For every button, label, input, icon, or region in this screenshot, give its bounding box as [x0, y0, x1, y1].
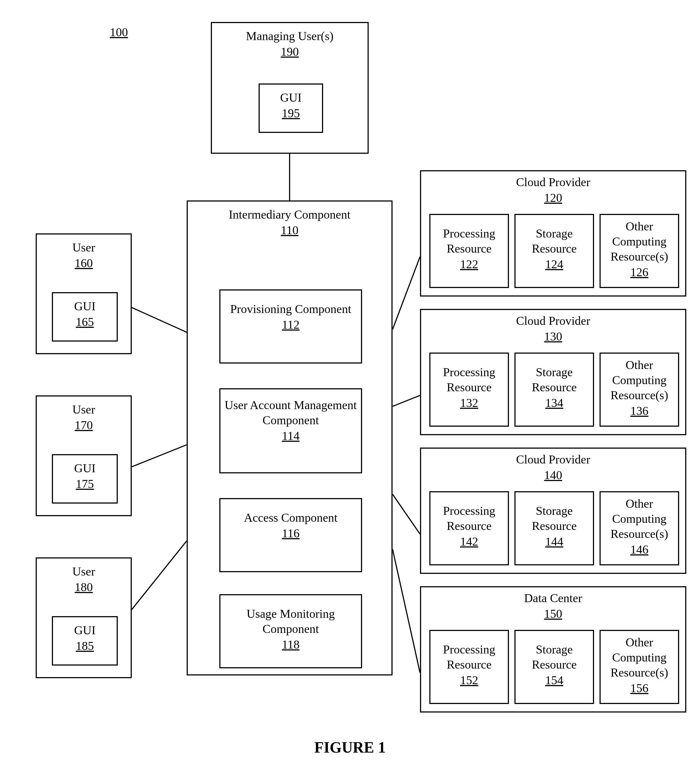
user-title: User	[37, 402, 131, 417]
storage-ref: 144	[545, 535, 563, 548]
other-ref: 146	[630, 543, 648, 556]
provisioning-title: Provisioning Component	[221, 301, 361, 317]
datacenter-box-150: Data Center 150 Processing Resource 152 …	[420, 586, 686, 712]
other-box-146: Other Computing Resource(s) 146	[599, 491, 679, 565]
user-gui-title: GUI	[53, 299, 117, 314]
managing-users-gui-title: GUI	[260, 90, 322, 105]
provider-title: Cloud Provider	[421, 175, 685, 190]
user-gui-box-165: GUI 165	[52, 292, 118, 342]
storage-title: Storage Resource	[515, 364, 593, 395]
storage-box-134: Storage Resource 134	[515, 353, 594, 427]
other-box-126: Other Computing Resource(s) 126	[599, 214, 679, 288]
provider-title: Cloud Provider	[421, 452, 685, 467]
usage-title: Usage Monitoring Component	[221, 606, 361, 636]
storage-ref: 134	[545, 396, 563, 410]
provider-ref: 140	[544, 468, 562, 482]
processing-ref: 122	[460, 257, 478, 271]
access-ref: 116	[282, 526, 299, 540]
user-account-box: User Account Management Component 114	[219, 388, 362, 473]
provisioning-box: Provisioning Component 112	[219, 290, 362, 364]
usage-box: Usage Monitoring Component 118	[219, 594, 362, 668]
processing-title: Processing Resource	[430, 642, 508, 672]
other-title: Other Computing Resource(s)	[601, 496, 678, 542]
provider-ref: 130	[544, 330, 562, 343]
provider-box-130: Cloud Provider 130 Processing Resource 1…	[420, 309, 686, 435]
provider-box-140: Cloud Provider 140 Processing Resource 1…	[420, 447, 686, 574]
svg-line-4	[393, 257, 420, 330]
usage-ref: 118	[282, 638, 299, 652]
storage-box-144: Storage Resource 144	[515, 491, 594, 565]
intermediary-box: Intermediary Component 110 Provisioning …	[187, 200, 393, 675]
user-gui-ref: 175	[76, 477, 94, 491]
user-gui-box-185: GUI 185	[52, 616, 118, 665]
processing-ref: 142	[460, 535, 478, 548]
other-title: Other Computing Resource(s)	[601, 635, 678, 680]
intermediary-ref: 110	[281, 223, 299, 237]
storage-box-154: Storage Resource 154	[515, 630, 594, 704]
datacenter-ref: 150	[544, 607, 562, 621]
managing-users-ref: 190	[281, 45, 299, 59]
other-ref: 136	[630, 404, 648, 418]
managing-users-gui-box: GUI 195	[258, 83, 323, 133]
provider-title: Cloud Provider	[421, 313, 685, 329]
storage-title: Storage Resource	[515, 226, 593, 256]
processing-ref: 152	[460, 673, 478, 687]
svg-line-2	[132, 445, 187, 467]
other-box-156: Other Computing Resource(s) 156	[599, 630, 679, 704]
user-gui-ref: 185	[76, 639, 94, 653]
other-ref: 126	[630, 265, 648, 279]
svg-line-3	[132, 541, 187, 610]
svg-line-5	[393, 395, 420, 407]
other-box-136: Other Computing Resource(s) 136	[599, 353, 679, 427]
user-gui-ref: 165	[76, 315, 94, 329]
other-title: Other Computing Resource(s)	[601, 358, 678, 403]
processing-title: Processing Resource	[430, 226, 508, 256]
other-ref: 156	[630, 681, 648, 695]
access-title: Access Component	[221, 510, 361, 525]
user-gui-title: GUI	[53, 623, 117, 638]
intermediary-title: Intermediary Component	[188, 207, 391, 222]
user-box-160: User 160 GUI 165	[36, 233, 132, 354]
processing-ref: 132	[460, 396, 478, 410]
user-box-170: User 170 GUI 175	[36, 395, 132, 516]
processing-box-152: Processing Resource 152	[429, 630, 509, 704]
user-ref: 180	[75, 580, 93, 594]
provisioning-ref: 112	[282, 318, 299, 332]
user-account-title: User Account Management Component	[221, 398, 361, 428]
processing-box-122: Processing Resource 122	[429, 214, 509, 288]
user-account-ref: 114	[282, 429, 299, 443]
provider-box-120: Cloud Provider 120 Processing Resource 1…	[420, 170, 686, 296]
diagram-canvas: 100 Managing User(s) 190 GUI 195 Interme…	[0, 0, 700, 771]
processing-title: Processing Resource	[430, 503, 508, 534]
user-gui-title: GUI	[53, 461, 117, 476]
user-box-180: User 180 GUI 185	[36, 557, 132, 678]
storage-ref: 154	[545, 673, 563, 687]
user-title: User	[37, 240, 131, 255]
user-title: User	[37, 564, 131, 579]
provider-ref: 120	[544, 191, 562, 205]
processing-box-132: Processing Resource 132	[429, 353, 509, 427]
managing-users-box: Managing User(s) 190 GUI 195	[211, 22, 369, 154]
figure-caption: FIGURE 1	[0, 738, 700, 756]
storage-box-124: Storage Resource 124	[515, 214, 594, 288]
user-gui-box-175: GUI 175	[52, 454, 118, 504]
storage-title: Storage Resource	[515, 503, 593, 534]
other-title: Other Computing Resource(s)	[601, 219, 678, 264]
storage-title: Storage Resource	[515, 642, 593, 672]
datacenter-title: Data Center	[421, 590, 685, 606]
user-ref: 170	[75, 418, 93, 432]
svg-line-7	[393, 549, 420, 673]
svg-line-6	[393, 494, 420, 534]
svg-line-1	[132, 307, 187, 332]
managing-users-title: Managing User(s)	[212, 29, 367, 44]
user-ref: 160	[75, 256, 93, 270]
figure-reference: 100	[110, 25, 128, 39]
storage-ref: 124	[545, 257, 563, 271]
processing-box-142: Processing Resource 142	[429, 491, 509, 565]
managing-users-gui-ref: 195	[282, 106, 300, 120]
processing-title: Processing Resource	[430, 364, 508, 395]
access-box: Access Component 116	[219, 498, 362, 572]
